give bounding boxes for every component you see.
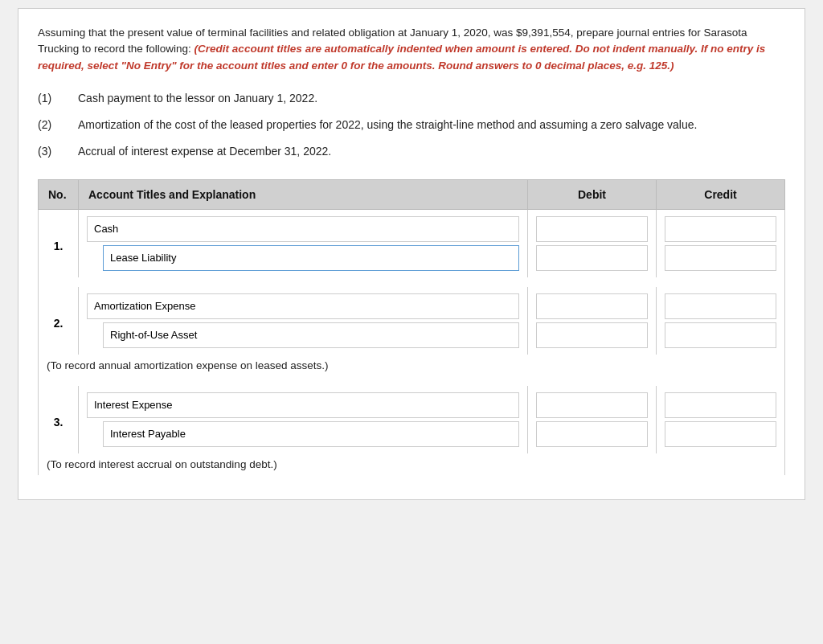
header-account: Account Titles and Explanation <box>79 179 528 209</box>
entry-3-sub-credit-cell <box>657 420 785 453</box>
entry-3-main-credit-input[interactable] <box>665 392 776 418</box>
entry-1-main-credit-input[interactable] <box>665 216 776 242</box>
entry-2-note: (To record annual amortization expense o… <box>39 355 785 376</box>
entry-1-sub-credit-cell <box>657 244 785 277</box>
entry-1-main-credit-cell <box>657 209 785 244</box>
entry-3-main-credit-cell <box>657 386 785 420</box>
entry-3-main-row: 3. <box>39 386 785 420</box>
entry-3-sub-credit-input[interactable] <box>665 421 776 447</box>
entry-1-sub-debit-cell <box>528 244 657 277</box>
problem-item-2: (2) Amortization of the cost of the leas… <box>38 117 785 133</box>
entry-3-sub-account-cell <box>79 420 528 453</box>
entry-3-main-account-input[interactable] <box>87 392 519 418</box>
entry-1-sub-credit-input[interactable] <box>665 245 776 271</box>
separator-1 <box>39 277 785 287</box>
problem-list: (1) Cash payment to the lessor on Januar… <box>38 90 785 160</box>
problem-text-1: Cash payment to the lessor on January 1,… <box>78 90 785 107</box>
entry-3-no: 3. <box>39 386 79 453</box>
entry-3-sub-debit-cell <box>528 420 657 453</box>
separator-2 <box>39 376 785 386</box>
table-header-row: No. Account Titles and Explanation Debit… <box>39 179 785 209</box>
entry-2-main-account-cell <box>79 287 528 321</box>
entry-2-sub-credit-input[interactable] <box>665 322 776 348</box>
entry-3-sub-account-input[interactable] <box>103 421 519 447</box>
entry-2-sub-debit-cell <box>528 321 657 355</box>
problem-num-3: (3) <box>38 143 78 160</box>
entry-2-sub-row <box>39 321 785 355</box>
entry-2-main-account-input[interactable] <box>87 293 519 319</box>
entry-1-sub-account-input[interactable] <box>103 245 519 271</box>
problem-text-2: Amortization of the cost of the leased p… <box>78 117 785 133</box>
entry-1-sub-account-cell <box>79 244 528 277</box>
entry-2-main-row: 2. <box>39 287 785 321</box>
entry-1-main-debit-input[interactable] <box>536 216 648 242</box>
entry-2-no: 2. <box>39 287 79 355</box>
entry-2-sub-debit-input[interactable] <box>536 322 648 348</box>
entry-1-main-account-input[interactable] <box>87 216 519 242</box>
entry-3-main-account-cell <box>79 386 528 420</box>
entry-3-sub-row <box>39 420 785 453</box>
entry-2-main-credit-cell <box>657 287 785 321</box>
entry-1-main-account-cell <box>79 209 528 244</box>
problem-item-3: (3) Accrual of interest expense at Decem… <box>38 143 785 160</box>
entry-3-main-debit-cell <box>528 386 657 420</box>
problem-item-1: (1) Cash payment to the lessor on Januar… <box>38 90 785 107</box>
entry-2-main-credit-input[interactable] <box>665 293 776 319</box>
entry-2-sub-credit-cell <box>657 321 785 355</box>
entry-2-sub-account-input[interactable] <box>103 322 519 348</box>
entry-1-main-row: 1. <box>39 209 785 244</box>
problem-text-3: Accrual of interest expense at December … <box>78 143 785 160</box>
entry-3-main-debit-input[interactable] <box>536 392 648 418</box>
entry-1-sub-row <box>39 244 785 277</box>
entry-1-no: 1. <box>39 209 79 277</box>
instructions-block: Assuming that the present value of termi… <box>38 25 785 74</box>
entry-2-sub-account-cell <box>79 321 528 355</box>
entry-1-sub-debit-input[interactable] <box>536 245 648 271</box>
entry-3-note: (To record interest accrual on outstandi… <box>39 453 785 475</box>
entry-2-main-debit-input[interactable] <box>536 293 648 319</box>
journal-table: No. Account Titles and Explanation Debit… <box>38 179 785 475</box>
entry-1-main-debit-cell <box>528 209 657 244</box>
entry-3-note-row: (To record interest accrual on outstandi… <box>39 453 785 475</box>
page-container: Assuming that the present value of termi… <box>18 8 805 500</box>
entry-3-sub-debit-input[interactable] <box>536 421 648 447</box>
problem-num-1: (1) <box>38 90 78 107</box>
entry-2-main-debit-cell <box>528 287 657 321</box>
header-debit: Debit <box>528 179 657 209</box>
header-credit: Credit <box>657 179 785 209</box>
header-no: No. <box>39 179 79 209</box>
problem-num-2: (2) <box>38 117 78 133</box>
entry-2-note-row: (To record annual amortization expense o… <box>39 355 785 376</box>
